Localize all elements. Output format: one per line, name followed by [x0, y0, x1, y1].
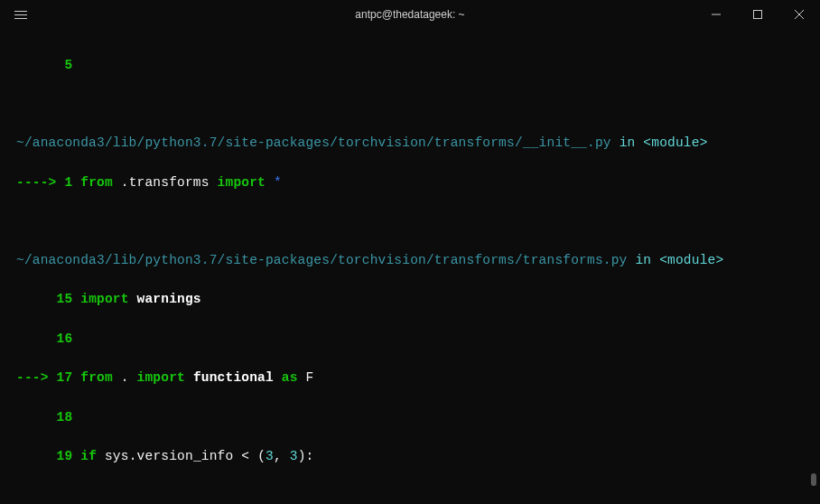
- svg-rect-1: [754, 11, 762, 19]
- arrow-marker: --->: [16, 370, 49, 385]
- keyword-from: from: [80, 175, 113, 190]
- line-number: 15: [57, 292, 73, 306]
- close-button[interactable]: [778, 0, 820, 29]
- keyword-import: import: [218, 175, 266, 190]
- code-line: 19 if sys.version_info < (3, 3):: [16, 447, 804, 467]
- keyword-import: import: [80, 292, 128, 306]
- window-controls: [695, 0, 820, 29]
- traceback-path: ~/anaconda3/lib/python3.7/site-packages/…: [16, 134, 804, 154]
- module-label: <module>: [643, 135, 707, 150]
- line-number: 17: [57, 370, 73, 385]
- blank-line: [16, 95, 804, 114]
- line-number: 19: [57, 449, 73, 463]
- keyword-if: if: [80, 449, 97, 463]
- code-line: 15 import warnings: [16, 290, 804, 310]
- titlebar: antpc@thedatageek: ~: [0, 0, 820, 29]
- code-line: ---> 17 from . import functional as F: [16, 369, 804, 388]
- line-number: 18: [57, 410, 73, 425]
- code-line: 5: [16, 56, 804, 76]
- traceback-path: ~/anaconda3/lib/python3.7/site-packages/…: [16, 251, 804, 271]
- code-line: ----> 1 from .transforms import *: [16, 173, 804, 193]
- blank-line: [16, 487, 804, 504]
- terminal-output[interactable]: 5 ~/anaconda3/lib/python3.7/site-package…: [0, 29, 820, 504]
- file-path: ~/anaconda3/lib/python3.7/site-packages/…: [16, 135, 611, 150]
- arrow-marker: ---->: [16, 175, 57, 190]
- line-number: 1: [64, 175, 72, 190]
- hamburger-menu-icon[interactable]: [11, 7, 31, 23]
- code-line: 16: [16, 330, 804, 350]
- code-line: 18: [16, 408, 804, 428]
- module-label: <module>: [659, 253, 723, 267]
- window-title: antpc@thedatageek: ~: [355, 8, 464, 21]
- keyword-as: as: [282, 370, 298, 385]
- minimize-button[interactable]: [695, 0, 737, 29]
- line-number: 16: [57, 331, 73, 346]
- scrollbar-thumb[interactable]: [811, 473, 816, 486]
- keyword-from: from: [80, 370, 113, 385]
- keyword-import: import: [137, 370, 185, 385]
- in-keyword: in: [620, 135, 636, 150]
- file-path: ~/anaconda3/lib/python3.7/site-packages/…: [16, 253, 628, 267]
- maximize-button[interactable]: [737, 0, 778, 29]
- blank-line: [16, 212, 804, 231]
- in-keyword: in: [635, 253, 651, 267]
- line-number: 5: [64, 58, 72, 72]
